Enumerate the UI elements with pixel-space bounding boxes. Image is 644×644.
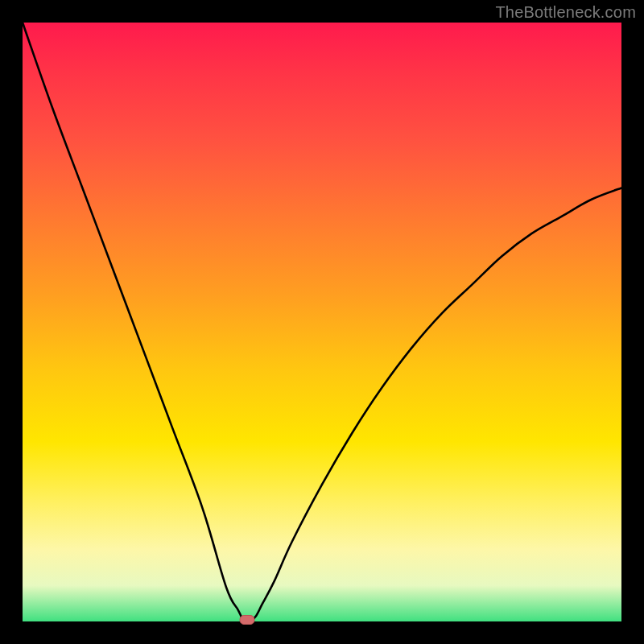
watermark-text: TheBottleneck.com [495, 3, 636, 22]
optimum-marker [240, 616, 254, 625]
plot-area [23, 23, 621, 621]
bottleneck-curve [23, 23, 621, 623]
chart-svg [23, 23, 621, 621]
chart-frame: TheBottleneck.com [0, 0, 644, 644]
